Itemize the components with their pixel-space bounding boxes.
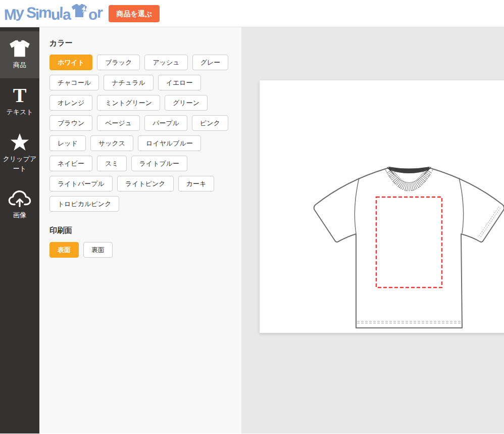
color-option-button[interactable]: カーキ xyxy=(178,176,215,191)
sidebar-item-label: テキスト xyxy=(2,108,38,117)
logo-text-post: or xyxy=(88,5,102,22)
color-option-button[interactable]: ブラウン xyxy=(49,115,92,131)
color-option-button[interactable]: ミントグリーン xyxy=(97,95,160,111)
color-option-button[interactable]: ライトパープル xyxy=(49,176,113,191)
color-option-button[interactable]: スミ xyxy=(97,156,127,171)
color-option-button[interactable]: ナチュラル xyxy=(104,75,154,90)
image-upload-icon xyxy=(2,189,38,208)
app-logo[interactable]: My Simula or xyxy=(4,3,102,24)
tshirt-preview xyxy=(260,80,504,333)
color-option-button[interactable]: アッシュ xyxy=(144,55,187,70)
sidebar-item-label: 画像 xyxy=(2,211,38,220)
color-option-button[interactable]: レッド xyxy=(49,135,86,151)
text-icon: T xyxy=(2,86,38,105)
sidebar-item-label: クリップアート xyxy=(2,155,38,174)
color-option-button[interactable]: ベージュ xyxy=(97,115,140,131)
print-side-section-title: 印刷面 xyxy=(49,226,231,235)
app-header: My Simula or 商品を選ぶ xyxy=(0,0,504,27)
color-option-button[interactable]: ライトブルー xyxy=(131,156,188,171)
color-option-button[interactable]: オレンジ xyxy=(49,95,92,111)
color-option-button[interactable]: グリーン xyxy=(165,95,208,111)
print-side-option-button[interactable]: 表面 xyxy=(49,242,79,258)
preview-sheet xyxy=(260,80,504,333)
sidebar-item-clipart[interactable]: クリップアート xyxy=(0,125,39,182)
sidebar: 商品 T テキスト クリップアート 画像 xyxy=(0,27,39,433)
color-option-button[interactable]: グレー xyxy=(192,55,229,70)
color-option-button[interactable]: イエロー xyxy=(158,75,201,90)
color-option-button[interactable]: ライトピンク xyxy=(117,176,174,191)
tshirt-body xyxy=(314,168,504,328)
logo-text-pre: My Simula xyxy=(4,5,70,22)
logo-tshirt-icon xyxy=(71,3,88,22)
color-option-button[interactable]: チャコール xyxy=(49,75,99,90)
print-side-option-button[interactable]: 裏面 xyxy=(83,242,113,258)
select-product-button[interactable]: 商品を選ぶ xyxy=(109,5,160,22)
color-options-group: ホワイト ブラック アッシュ グレー チャコール ナチュラル イエロー オレンジ… xyxy=(49,55,231,212)
color-option-button[interactable]: サックス xyxy=(90,135,133,151)
color-option-button[interactable]: ロイヤルブルー xyxy=(138,135,201,151)
color-option-button[interactable]: トロピカルピンク xyxy=(49,196,119,212)
color-option-button[interactable]: パープル xyxy=(144,115,187,131)
sidebar-item-product[interactable]: 商品 xyxy=(0,31,39,78)
design-canvas xyxy=(241,27,504,433)
color-option-button[interactable]: ブラック xyxy=(97,55,140,70)
color-option-button[interactable]: ネイビー xyxy=(49,156,92,171)
tshirt-icon xyxy=(2,39,38,58)
options-panel: カラー ホワイト ブラック アッシュ グレー チャコール ナチュラル イエロー … xyxy=(39,27,241,433)
color-option-button[interactable]: ホワイト xyxy=(49,55,92,70)
color-option-button[interactable]: ピンク xyxy=(192,115,228,131)
sidebar-item-image[interactable]: 画像 xyxy=(0,181,39,228)
sidebar-item-text[interactable]: T テキスト xyxy=(0,78,39,125)
sidebar-item-label: 商品 xyxy=(2,61,38,70)
clipart-star-icon xyxy=(2,133,38,152)
main-layout: 商品 T テキスト クリップアート 画像 xyxy=(0,27,504,433)
color-section-title: カラー xyxy=(49,38,231,48)
print-side-options-group: 表面 裏面 xyxy=(49,242,231,258)
